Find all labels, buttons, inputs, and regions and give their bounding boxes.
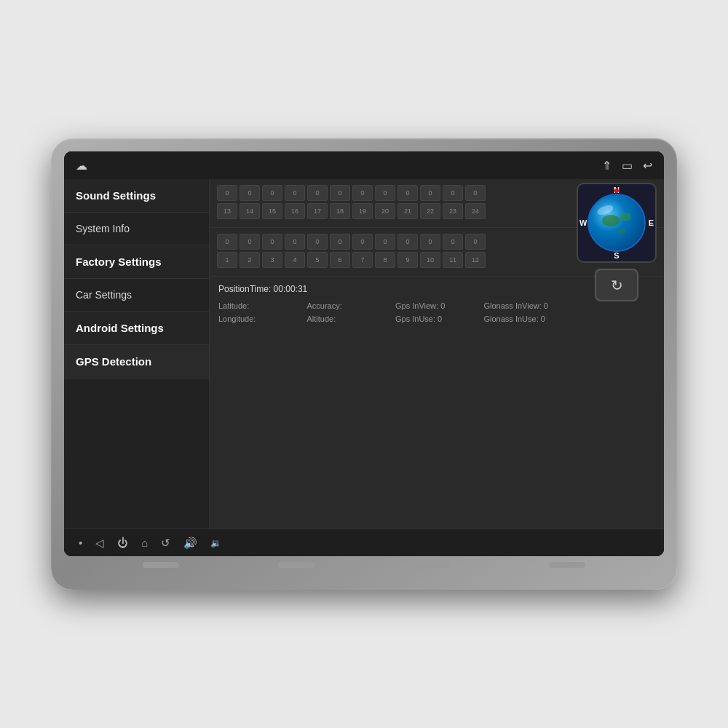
- grid-cell: 0: [217, 185, 237, 201]
- grid-cell: 0: [352, 185, 373, 201]
- back-icon: ↩: [643, 159, 652, 173]
- grid-cell: 13: [217, 203, 237, 219]
- grid-cell: 7: [352, 252, 373, 268]
- compass-indicator-dot: [614, 189, 619, 193]
- android-back-icon[interactable]: ↺: [161, 537, 170, 550]
- svg-point-1: [620, 213, 631, 221]
- grid-cell: 0: [397, 234, 418, 250]
- grid-cell: 0: [285, 234, 305, 250]
- grid-cell: 0: [262, 185, 282, 201]
- gps-accuracy: Accuracy:: [307, 301, 392, 310]
- sidebar-item-gps-detection[interactable]: GPS Detection: [64, 345, 209, 379]
- gps-fields: Latitude: Accuracy: Gps InView: 0 Glonas…: [218, 301, 655, 323]
- grid-cell: 5: [307, 252, 328, 268]
- grid-cell: 18: [330, 203, 350, 219]
- sidebar-item-system-info[interactable]: System Info: [64, 213, 209, 245]
- cloud-icon: ☁: [76, 159, 87, 173]
- glonass-inuse-label: Glonass InUse: 0: [484, 314, 569, 323]
- sidebar-item-factory-settings[interactable]: Factory Settings: [64, 245, 209, 279]
- grid-cell: 10: [420, 252, 440, 268]
- grid-cell: 16: [285, 203, 305, 219]
- volume-down-icon[interactable]: 🔉: [210, 538, 221, 548]
- car-settings-row2: 1 2 3 4 5 6 7 8 9 10 11 12: [217, 252, 569, 268]
- bottom-tab-2: [278, 562, 314, 568]
- grid-cell: 1: [217, 252, 237, 268]
- grid-cell: 15: [262, 203, 282, 219]
- grid-cell: 0: [285, 185, 305, 201]
- refresh-button[interactable]: ↻: [595, 269, 638, 301]
- car-settings-row1: 0 0 0 0 0 0 0 0 0 0 0 0: [217, 234, 569, 250]
- compass-area: N S W E: [577, 183, 657, 301]
- grid-cell: 0: [420, 234, 440, 250]
- grid-cell: 12: [465, 252, 486, 268]
- grid-cell: 0: [375, 234, 395, 250]
- gps-inuse: Gps InUse: 0: [395, 314, 480, 323]
- gps-longitude: Longitude:: [218, 314, 303, 323]
- sidebar-item-car-settings[interactable]: Car Settings: [64, 279, 209, 312]
- bottom-tab-3: [414, 562, 450, 568]
- volume-up-icon[interactable]: 🔊: [183, 537, 197, 550]
- grid-cell: 9: [397, 252, 418, 268]
- grid-cell: 14: [240, 203, 260, 219]
- gps-latitude: Latitude:: [218, 301, 303, 310]
- grid-cell: 20: [375, 203, 395, 219]
- gps-inuse-label: Gps InUse: 0: [395, 314, 480, 323]
- power-icon[interactable]: ⏻: [117, 537, 128, 549]
- glonass-inview-label: Glonass InView: 0: [484, 301, 569, 310]
- dot-icon: •: [79, 537, 82, 549]
- gps-inview-label: Gps InView: 0: [395, 301, 480, 310]
- device-bottom-tabs: [64, 556, 664, 568]
- grid-cell: 0: [443, 234, 463, 250]
- status-left: ☁: [76, 159, 87, 173]
- grid-cell: 0: [240, 185, 260, 201]
- compass-widget: N S W E: [577, 183, 657, 263]
- grid-cell: 0: [443, 185, 463, 201]
- grid-cell: 6: [330, 252, 350, 268]
- status-bar: ☁ ⇑ ▭ ↩: [64, 151, 664, 179]
- glonass-inuse: Glonass InUse: 0: [484, 314, 569, 323]
- compass-east-label: E: [649, 218, 654, 227]
- accuracy-label: Accuracy:: [307, 301, 392, 310]
- grid-cell: 0: [465, 234, 486, 250]
- grid-cell: 3: [262, 252, 282, 268]
- grid-cell: 0: [397, 185, 418, 201]
- latitude-label: Latitude:: [218, 301, 303, 310]
- grid-cell: 0: [420, 185, 440, 201]
- back-nav-icon[interactable]: ◁: [95, 537, 104, 550]
- grid-cell: 21: [397, 203, 418, 219]
- chevron-up-icon: ⇑: [602, 159, 612, 173]
- gps-altitude: Altitude:: [307, 314, 392, 323]
- system-info-row2: 13 14 15 16 17 18 19 20 21 22 23 24: [217, 203, 569, 219]
- grid-cell: 0: [262, 234, 282, 250]
- grid-cell: 0: [217, 234, 237, 250]
- grid-cell: 17: [307, 203, 328, 219]
- grid-cell: 2: [240, 252, 260, 268]
- grid-cell: 0: [352, 234, 373, 250]
- window-icon: ▭: [622, 159, 633, 173]
- gps-inview: Gps InView: 0: [395, 301, 480, 310]
- grid-cell: 0: [330, 234, 350, 250]
- globe-svg: [589, 195, 647, 253]
- grid-cell: 19: [352, 203, 373, 219]
- svg-point-0: [602, 215, 620, 226]
- grid-cell: 0: [465, 185, 486, 201]
- device-body: ☁ ⇑ ▭ ↩ Sound Settings System Info Facto…: [51, 138, 677, 590]
- grid-cell: 24: [465, 203, 486, 219]
- compass-globe: [587, 194, 646, 252]
- svg-point-2: [617, 229, 626, 234]
- sidebar-item-android-settings[interactable]: Android Settings: [64, 312, 209, 345]
- glonass-inview: Glonass InView: 0: [484, 301, 569, 310]
- gps-section: PositionTime: 00:00:31 Latitude: Accurac…: [210, 277, 664, 529]
- main-content: Sound Settings System Info Factory Setti…: [64, 179, 664, 529]
- sidebar: Sound Settings System Info Factory Setti…: [64, 179, 210, 529]
- sidebar-item-sound-settings[interactable]: Sound Settings: [64, 179, 209, 213]
- grid-cell: 0: [307, 185, 328, 201]
- grid-cell: 0: [307, 234, 328, 250]
- grid-cell: 4: [285, 252, 305, 268]
- longitude-label: Longitude:: [218, 314, 303, 323]
- grid-cell: 11: [443, 252, 463, 268]
- grid-cell: 0: [240, 234, 260, 250]
- altitude-label: Altitude:: [307, 314, 392, 323]
- home-icon[interactable]: ⌂: [141, 537, 148, 549]
- grid-cell: 22: [420, 203, 440, 219]
